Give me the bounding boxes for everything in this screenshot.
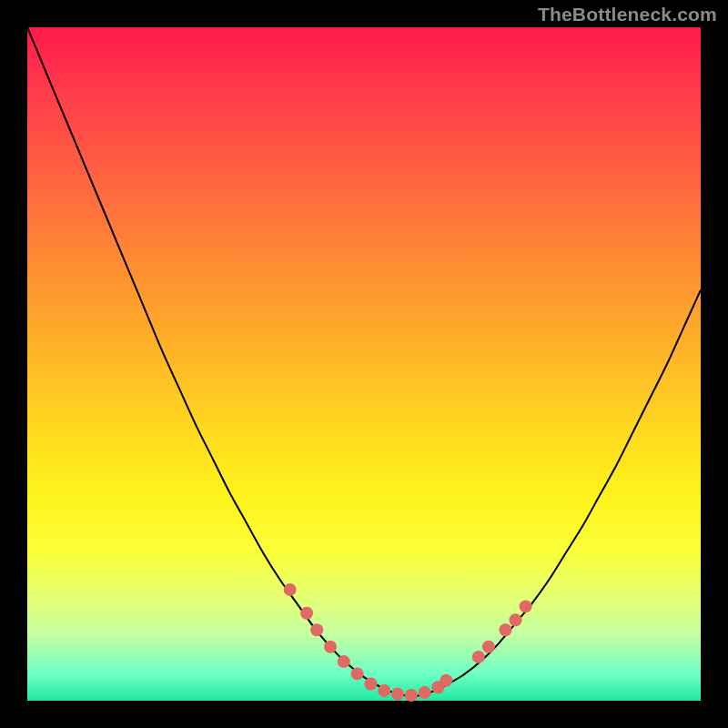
curve-marker (510, 613, 522, 626)
curve-marker (378, 684, 390, 697)
curve-marker (440, 674, 452, 687)
curve-marker (300, 607, 313, 620)
curve-marker (284, 583, 297, 596)
curve-marker (324, 641, 337, 653)
chart-frame: TheBottleneck.com (0, 0, 728, 728)
curve-marker (351, 667, 364, 680)
curve-marker (310, 623, 323, 636)
plot-area (27, 27, 701, 701)
curve-marker (472, 651, 485, 663)
watermark-text: TheBottleneck.com (538, 4, 717, 25)
curve-marker (364, 678, 377, 691)
curve-marker (338, 655, 350, 668)
curve-markers (284, 583, 532, 702)
curve-svg (27, 27, 701, 701)
bottleneck-curve (27, 27, 701, 696)
curve-marker (482, 641, 495, 653)
curve-marker (499, 623, 511, 636)
curve-marker (391, 688, 404, 701)
curve-marker (520, 600, 532, 612)
curve-marker (419, 686, 431, 699)
curve-marker (405, 689, 418, 702)
